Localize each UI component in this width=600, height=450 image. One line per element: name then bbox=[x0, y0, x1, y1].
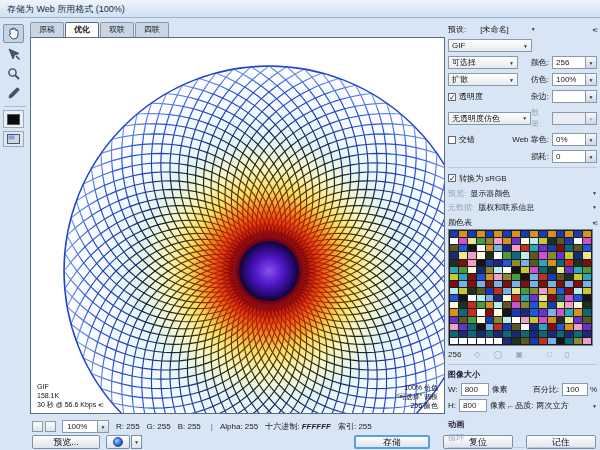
download-time-readout: 30 秒 @ 56.6 Kbps bbox=[37, 401, 96, 408]
tab-4up[interactable]: 四联 bbox=[135, 22, 169, 37]
hand-icon bbox=[7, 27, 20, 40]
percent-field[interactable]: 100 bbox=[562, 383, 588, 396]
alpha-label: Alpha: bbox=[220, 422, 243, 431]
amount-label: 数量: bbox=[531, 107, 549, 129]
websnap-field[interactable]: 0% bbox=[552, 133, 586, 146]
quality-label: 品质: bbox=[515, 400, 533, 411]
zoom-tool-button[interactable] bbox=[3, 64, 24, 83]
preset-arrow-icon[interactable]: ▼ bbox=[531, 26, 536, 32]
amount-arrow-icon: ▼ bbox=[586, 112, 597, 125]
dither-method-select[interactable]: 扩散▼ bbox=[448, 73, 518, 86]
zoom-in-button[interactable] bbox=[45, 421, 56, 432]
format-arrow-icon: ▼ bbox=[523, 43, 528, 49]
height-label: H: bbox=[448, 401, 456, 410]
metadata-arrow-icon[interactable]: ▼ bbox=[592, 204, 597, 210]
dither-readout: 100% 仿色 bbox=[396, 383, 438, 392]
transparency-swatch-icon[interactable]: ◯ bbox=[494, 350, 503, 359]
height-field[interactable]: 800 bbox=[459, 399, 487, 412]
animation-divider bbox=[448, 447, 597, 448]
view-tabs: 原稿 优化 双联 四联 bbox=[30, 22, 169, 37]
transparency-checkbox[interactable]: ✓ bbox=[448, 93, 456, 101]
save-button[interactable]: 存储 bbox=[354, 435, 430, 449]
g-label: G: bbox=[147, 422, 155, 431]
lossy-field[interactable]: 0 bbox=[552, 150, 586, 163]
zoom-dropdown-arrow-icon[interactable]: ▼ bbox=[98, 420, 109, 433]
loop-label: 循环 bbox=[448, 432, 597, 443]
index-value: 255 bbox=[358, 422, 371, 431]
slice-visibility-icon bbox=[7, 130, 20, 148]
hand-tool-button[interactable] bbox=[3, 24, 24, 43]
format-select[interactable]: GIF▼ bbox=[448, 39, 532, 52]
websnap-arrow-icon[interactable]: ▼ bbox=[586, 133, 597, 146]
preset-select[interactable]: [未命名] bbox=[480, 24, 508, 35]
optimize-info-right: 100% 仿色 “可选择” 调板 256 颜色 bbox=[396, 383, 438, 410]
hex-label: 十六进制: bbox=[265, 422, 299, 431]
browser-select-button[interactable] bbox=[106, 435, 130, 449]
tab-2up[interactable]: 双联 bbox=[100, 22, 134, 37]
hex-value: FFFFFF bbox=[302, 422, 331, 431]
tools-toolbar bbox=[3, 24, 27, 147]
metadata-select[interactable]: 版权和联系信息 bbox=[478, 202, 534, 213]
link-dimensions-icon[interactable]: ⌐ bbox=[508, 401, 513, 411]
slice-select-icon bbox=[7, 47, 20, 60]
delete-color-icon[interactable]: ▯ bbox=[565, 350, 569, 359]
zoom-level-select[interactable]: 100% bbox=[62, 420, 98, 433]
r-value: 255 bbox=[126, 422, 139, 431]
dither-label: 仿色: bbox=[531, 74, 549, 85]
eyedropper-color-button[interactable] bbox=[3, 110, 24, 128]
download-speed-menu-icon[interactable]: ▾≡ bbox=[98, 402, 103, 408]
dialog-titlebar[interactable]: 存储为 Web 所用格式 (100%) bbox=[0, 0, 600, 18]
quality-select[interactable]: 两次立方 bbox=[537, 400, 569, 411]
width-field[interactable]: 800 bbox=[461, 383, 489, 396]
preset-label: 预设: bbox=[448, 24, 466, 35]
percent-unit: % bbox=[590, 385, 597, 394]
matte-arrow-icon[interactable]: ▼ bbox=[586, 90, 597, 103]
width-label: W: bbox=[448, 385, 458, 394]
status-divider: | bbox=[211, 422, 213, 431]
dither-field[interactable]: 100% bbox=[552, 73, 586, 86]
new-color-icon[interactable]: □ bbox=[547, 350, 552, 359]
browser-dropdown-arrow-icon[interactable]: ▼ bbox=[131, 435, 142, 449]
matte-label: 杂边: bbox=[531, 91, 549, 102]
preview-in-browser-button[interactable]: 预览... bbox=[32, 435, 100, 449]
preview-mode-arrow-icon[interactable]: ▼ bbox=[592, 190, 597, 196]
lossy-arrow-icon[interactable]: ▼ bbox=[586, 150, 597, 163]
zoom-out-button[interactable] bbox=[32, 421, 43, 432]
tab-optimized[interactable]: 优化 bbox=[65, 22, 99, 38]
image-size-header: 图像大小 bbox=[448, 369, 597, 380]
optimized-image-preview[interactable] bbox=[31, 38, 444, 413]
image-preview-pane: GIF 158.1K 30 秒 @ 56.6 Kbps ▾≡ 100% 仿色 “… bbox=[30, 37, 445, 414]
color-table-menu-icon[interactable]: ▾≡ bbox=[592, 219, 597, 226]
magnifier-icon bbox=[7, 67, 20, 80]
interlaced-checkbox[interactable] bbox=[448, 136, 456, 144]
websnap-swatch-icon[interactable]: ◇ bbox=[474, 350, 480, 359]
save-for-web-dialog: 存储为 Web 所用格式 (100%) bbox=[0, 0, 600, 450]
palette-select[interactable]: 可选择▼ bbox=[448, 56, 518, 69]
tab-original[interactable]: 原稿 bbox=[30, 22, 64, 37]
percent-label: 百分比: bbox=[533, 384, 559, 395]
section-divider bbox=[448, 167, 597, 168]
height-unit: 像素 bbox=[490, 400, 506, 411]
lock-color-icon[interactable]: ▣ bbox=[515, 350, 523, 359]
matte-field[interactable] bbox=[552, 90, 586, 103]
color-table-grid[interactable] bbox=[448, 229, 593, 346]
browser-globe-icon bbox=[113, 437, 123, 447]
colors-field[interactable]: 256 bbox=[552, 56, 586, 69]
preview-mode-select[interactable]: 显示器颜色 bbox=[470, 188, 510, 199]
r-label: R: bbox=[116, 422, 124, 431]
section-divider-2 bbox=[448, 364, 597, 365]
amount-field bbox=[552, 112, 586, 125]
transparency-dither-select[interactable]: 无透明度仿色▼ bbox=[448, 112, 531, 125]
dither-arrow-icon[interactable]: ▼ bbox=[586, 73, 597, 86]
optimize-info-left: GIF 158.1K 30 秒 @ 56.6 Kbps ▾≡ bbox=[37, 382, 103, 410]
toggle-slices-button[interactable] bbox=[3, 131, 24, 147]
colors-arrow-icon[interactable]: ▼ bbox=[586, 56, 597, 69]
b-value: 255 bbox=[187, 422, 200, 431]
slice-select-tool-button[interactable] bbox=[3, 44, 24, 63]
eyedropper-tool-button[interactable] bbox=[3, 84, 24, 103]
srgb-checkbox[interactable]: ✓ bbox=[448, 174, 456, 182]
width-unit: 像素 bbox=[492, 384, 508, 395]
quality-arrow-icon[interactable]: ▼ bbox=[592, 403, 597, 409]
panel-menu-icon[interactable]: ▾≡ bbox=[592, 26, 597, 33]
srgb-label: 转换为 sRGB bbox=[459, 173, 507, 184]
